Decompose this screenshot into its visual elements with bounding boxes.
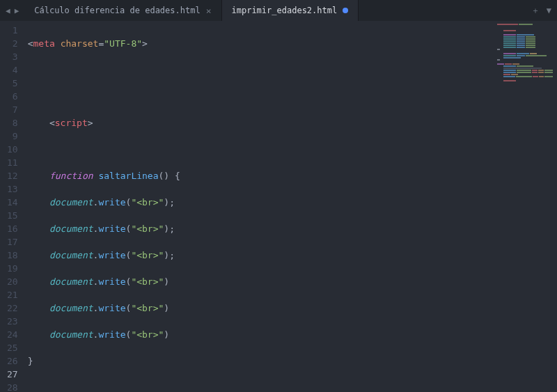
new-tab-icon[interactable]: ＋: [531, 5, 540, 17]
line-number: 1: [7, 24, 18, 37]
line-number: 28: [7, 381, 18, 392]
tab-dropdown-icon[interactable]: ▼: [547, 6, 551, 15]
line-number: 6: [7, 90, 18, 103]
code-text: "<br>": [131, 224, 164, 234]
code-text: write: [98, 329, 125, 340]
line-number: 17: [7, 235, 18, 249]
tab-item-1[interactable]: Cálculo diferencia de edades.html ×: [24, 0, 221, 21]
tab-item-2[interactable]: imprimir_edades2.html: [222, 0, 359, 21]
code-text: write: [98, 197, 125, 207]
code-text: );: [164, 197, 175, 207]
line-number: 23: [7, 315, 18, 328]
line-number-gutter: 1234567891011121314151617181920212223242…: [0, 21, 28, 392]
line-number: 8: [7, 116, 18, 130]
code-text: [55, 38, 61, 49]
editor: 1234567891011121314151617181920212223242…: [0, 21, 557, 392]
code-text: script: [55, 118, 88, 128]
code-text: write: [98, 303, 125, 313]
code-text: "<br>": [131, 303, 164, 313]
line-number: 24: [7, 328, 18, 341]
code-text: document: [49, 224, 93, 234]
code-text: "UTF-8": [104, 38, 142, 49]
line-number: 4: [7, 63, 18, 77]
code-text: {: [175, 171, 180, 181]
line-number: 19: [7, 262, 18, 275]
tab-next-icon[interactable]: ▶: [13, 5, 21, 17]
code-text: document: [49, 303, 93, 313]
tab-label: imprimir_edades2.html: [232, 6, 338, 15]
code-text: "<br>": [131, 329, 164, 340]
line-number: 11: [7, 156, 18, 169]
code-text: );: [164, 250, 175, 260]
tab-prev-icon[interactable]: ◀: [4, 5, 12, 17]
line-number: 18: [7, 249, 18, 262]
code-text: [169, 171, 175, 181]
code-text: write: [98, 224, 125, 234]
code-text: write: [98, 276, 125, 287]
code-text: (): [159, 171, 170, 181]
line-number: 16: [7, 222, 18, 235]
code-text: );: [164, 224, 175, 234]
code-text: document: [49, 276, 93, 287]
code-text: >: [88, 118, 93, 128]
line-number: 15: [7, 209, 18, 222]
line-number: 13: [7, 182, 18, 196]
code-text: document: [49, 250, 93, 260]
code-text: charset: [61, 38, 99, 49]
code-text: saltarLinea: [98, 171, 158, 181]
tab-bar-right: ＋ ▼: [531, 0, 557, 21]
line-number: 14: [7, 196, 18, 209]
line-number: 2: [7, 37, 18, 50]
dirty-indicator-icon: [343, 8, 348, 13]
code-text: ): [164, 276, 169, 287]
tab-bar: ◀ ▶ Cálculo diferencia de edades.html × …: [0, 0, 557, 21]
line-number: 3: [7, 50, 18, 63]
line-number: 27: [7, 368, 18, 381]
code-text: <: [49, 118, 55, 128]
code-text: ): [164, 303, 169, 313]
line-number: 20: [7, 275, 18, 288]
code-text: meta: [33, 38, 54, 49]
code-area[interactable]: <meta charset="UTF-8"> <script> function…: [28, 21, 557, 392]
code-text: ): [164, 329, 169, 340]
code-text: "<br>": [131, 276, 164, 287]
line-number: 9: [7, 130, 18, 143]
code-text: }: [28, 356, 33, 366]
code-text: "<br>": [131, 250, 164, 260]
line-number: 5: [7, 77, 18, 90]
code-text: >: [142, 38, 148, 49]
code-text: write: [98, 250, 125, 260]
tab-nav-arrows: ◀ ▶: [0, 0, 24, 21]
line-number: 21: [7, 288, 18, 301]
tab-label: Cálculo diferencia de edades.html: [34, 6, 200, 15]
close-icon[interactable]: ×: [206, 6, 212, 16]
line-number: 7: [7, 103, 18, 116]
code-text: function: [49, 171, 93, 181]
line-number: 26: [7, 354, 18, 368]
line-number: 12: [7, 169, 18, 182]
line-number: 10: [7, 143, 18, 156]
code-text: document: [49, 197, 93, 207]
line-number: 22: [7, 301, 18, 315]
code-text: document: [49, 329, 93, 340]
line-number: 25: [7, 341, 18, 354]
code-text: "<br>": [131, 197, 164, 207]
